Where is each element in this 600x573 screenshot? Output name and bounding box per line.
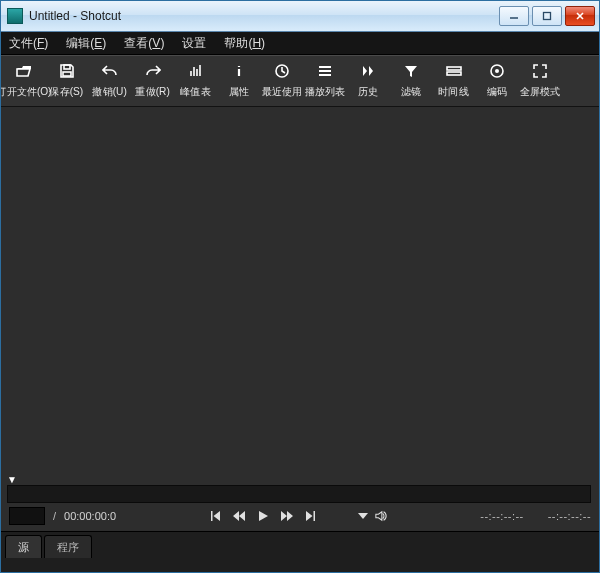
history-icon bbox=[360, 62, 376, 80]
svg-rect-5 bbox=[63, 72, 71, 76]
tool-fullscreen[interactable]: 全屏模式 bbox=[519, 60, 560, 104]
tool-timeline[interactable]: 时间线 bbox=[433, 60, 474, 104]
redo-icon bbox=[145, 62, 161, 80]
svg-rect-4 bbox=[64, 65, 70, 69]
tool-open[interactable]: 打开文件(O) bbox=[3, 60, 44, 104]
rewind-button[interactable] bbox=[233, 510, 245, 522]
clock-icon bbox=[274, 62, 290, 80]
fullscreen-icon bbox=[532, 62, 548, 80]
playhead-marker[interactable]: ▼ bbox=[7, 474, 17, 485]
tool-playlist[interactable]: 播放列表 bbox=[304, 60, 345, 104]
preview-tabs: 源 程序 bbox=[1, 531, 599, 558]
preview-canvas[interactable] bbox=[1, 107, 599, 475]
tool-recent[interactable]: 最近使用 bbox=[261, 60, 302, 104]
window-controls bbox=[499, 6, 595, 26]
tab-program[interactable]: 程序 bbox=[44, 535, 92, 558]
fast-forward-button[interactable] bbox=[281, 510, 293, 522]
timecode-duration: 00:00:00:0 bbox=[64, 510, 116, 522]
svg-rect-7 bbox=[447, 67, 461, 70]
volume-control[interactable] bbox=[357, 510, 387, 522]
save-icon bbox=[59, 62, 75, 80]
transport-bar: / 00:00:00:0 --:--:--:-- --:--:--:-- bbox=[1, 501, 599, 531]
minimize-button[interactable] bbox=[499, 6, 529, 26]
tool-open-label: 打开文件(O) bbox=[1, 85, 51, 99]
maximize-icon bbox=[542, 11, 552, 21]
play-button[interactable] bbox=[257, 510, 269, 522]
tool-history-label: 历史 bbox=[357, 85, 377, 99]
close-button[interactable] bbox=[565, 6, 595, 26]
tool-undo-label: 撤销(U) bbox=[92, 85, 126, 99]
scrub-area: ▼ bbox=[1, 475, 599, 501]
tool-undo[interactable]: 撤销(U) bbox=[89, 60, 130, 104]
minimize-icon bbox=[509, 11, 519, 21]
undo-icon bbox=[102, 62, 118, 80]
playlist-icon bbox=[317, 62, 333, 80]
menu-settings[interactable]: 设置 bbox=[178, 33, 210, 54]
menu-help[interactable]: 帮助(H) bbox=[220, 33, 269, 54]
tool-save[interactable]: 保存(S) bbox=[46, 60, 87, 104]
folder-open-icon bbox=[16, 62, 32, 80]
menu-file[interactable]: 文件(F) bbox=[5, 33, 52, 54]
menu-view[interactable]: 查看(V) bbox=[120, 33, 168, 54]
app-icon bbox=[7, 8, 23, 24]
window-title: Untitled - Shotcut bbox=[29, 9, 121, 23]
tool-fullscreen-label: 全屏模式 bbox=[519, 85, 559, 99]
playback-controls bbox=[124, 510, 472, 522]
skip-end-button[interactable] bbox=[305, 510, 317, 522]
timecode-separator: / bbox=[53, 510, 56, 522]
svg-rect-1 bbox=[544, 13, 551, 20]
tool-encode-label: 编码 bbox=[486, 85, 506, 99]
timeline-icon bbox=[446, 62, 462, 80]
tool-properties-label: 属性 bbox=[228, 85, 248, 99]
filter-icon bbox=[403, 62, 419, 80]
tool-redo-label: 重做(R) bbox=[135, 85, 169, 99]
timecode-readouts: --:--:--:-- --:--:--:-- bbox=[480, 510, 591, 522]
info-icon bbox=[231, 62, 247, 80]
menu-edit[interactable]: 编辑(E) bbox=[62, 33, 110, 54]
tool-history[interactable]: 历史 bbox=[347, 60, 388, 104]
menubar: 文件(F) 编辑(E) 查看(V) 设置 帮助(H) bbox=[1, 32, 599, 55]
toolbar: 打开文件(O) 保存(S) 撤销(U) 重做(R) 峰值表 属性 最近使用 播 bbox=[1, 55, 599, 107]
tool-peak-meter[interactable]: 峰值表 bbox=[175, 60, 216, 104]
peak-meter-icon bbox=[188, 62, 204, 80]
tool-timeline-label: 时间线 bbox=[438, 85, 468, 99]
tool-peak-label: 峰值表 bbox=[180, 85, 210, 99]
close-icon bbox=[575, 11, 585, 21]
timecode-out: --:--:--:-- bbox=[548, 510, 591, 522]
tool-recent-label: 最近使用 bbox=[261, 85, 301, 99]
tool-save-label: 保存(S) bbox=[50, 85, 84, 99]
titlebar: Untitled - Shotcut bbox=[1, 1, 599, 32]
tool-filters[interactable]: 滤镜 bbox=[390, 60, 431, 104]
tab-source[interactable]: 源 bbox=[5, 535, 42, 558]
scrub-track[interactable] bbox=[7, 485, 591, 503]
app-window: Untitled - Shotcut 文件(F) 编辑(E) 查看(V) 设置 … bbox=[0, 0, 600, 573]
chevron-down-icon bbox=[357, 510, 369, 522]
svg-point-10 bbox=[495, 69, 499, 73]
tool-properties[interactable]: 属性 bbox=[218, 60, 259, 104]
timecode-input[interactable] bbox=[9, 507, 45, 525]
tool-encode[interactable]: 编码 bbox=[476, 60, 517, 104]
encode-icon bbox=[489, 62, 505, 80]
svg-rect-8 bbox=[447, 72, 461, 75]
speaker-icon bbox=[375, 510, 387, 522]
skip-start-button[interactable] bbox=[209, 510, 221, 522]
tool-playlist-label: 播放列表 bbox=[304, 85, 344, 99]
tool-filters-label: 滤镜 bbox=[400, 85, 420, 99]
statusbar bbox=[1, 558, 599, 572]
maximize-button[interactable] bbox=[532, 6, 562, 26]
timecode-in: --:--:--:-- bbox=[480, 510, 523, 522]
tool-redo[interactable]: 重做(R) bbox=[132, 60, 173, 104]
